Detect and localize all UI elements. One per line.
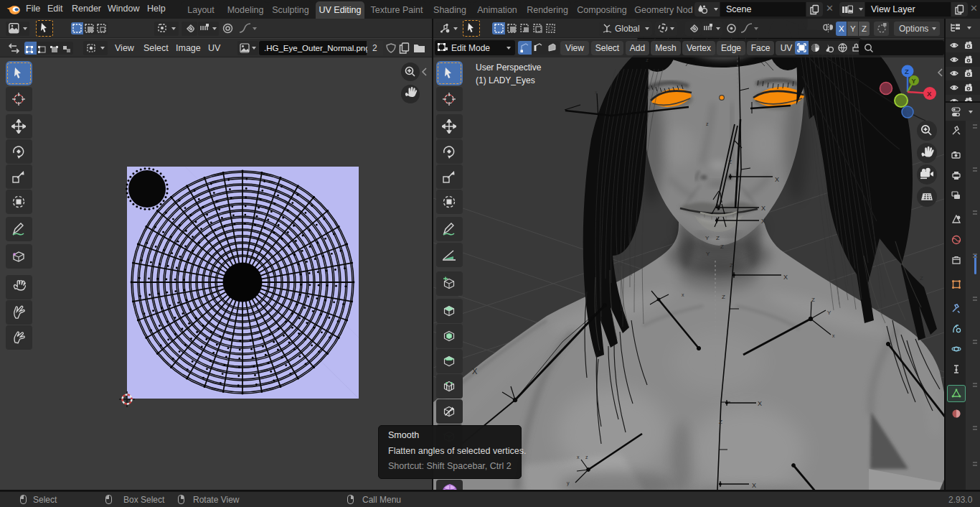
svg-text:X: X <box>752 482 756 489</box>
svg-text:Z: Z <box>719 419 722 425</box>
svg-text:Z: Z <box>920 275 923 282</box>
svg-text:X: X <box>927 90 932 98</box>
svg-text:(1) LADY_Eyes: (1) LADY_Eyes <box>476 75 535 85</box>
svg-text:z: z <box>585 455 588 460</box>
svg-text:Y: Y <box>912 78 916 85</box>
svg-text:Y: Y <box>706 251 710 257</box>
svg-text:z: z <box>646 57 649 63</box>
svg-text:X: X <box>783 274 788 281</box>
svg-text:x: x <box>595 90 598 95</box>
svg-text:X: X <box>775 176 779 183</box>
svg-text:X: X <box>761 218 765 225</box>
svg-text:x: x <box>682 292 684 297</box>
svg-text:User Perspective: User Perspective <box>476 62 542 73</box>
svg-text:x: x <box>832 333 835 338</box>
svg-text:Z: Z <box>720 243 724 250</box>
svg-text:Y: Y <box>827 310 831 316</box>
svg-text:x: x <box>577 455 580 460</box>
svg-text:X: X <box>472 367 478 376</box>
svg-text:y: y <box>567 480 570 486</box>
svg-text:Z: Z <box>728 159 732 165</box>
svg-text:Z: Z <box>811 297 815 303</box>
svg-text:z: z <box>706 121 709 126</box>
svg-text:Y: Y <box>705 235 710 241</box>
svg-text:Z: Z <box>716 235 720 241</box>
svg-text:Z: Z <box>722 294 725 300</box>
svg-text:Z: Z <box>730 262 733 269</box>
svg-text:Z: Z <box>905 68 909 75</box>
svg-text:X: X <box>761 205 765 212</box>
svg-text:X: X <box>758 400 762 407</box>
